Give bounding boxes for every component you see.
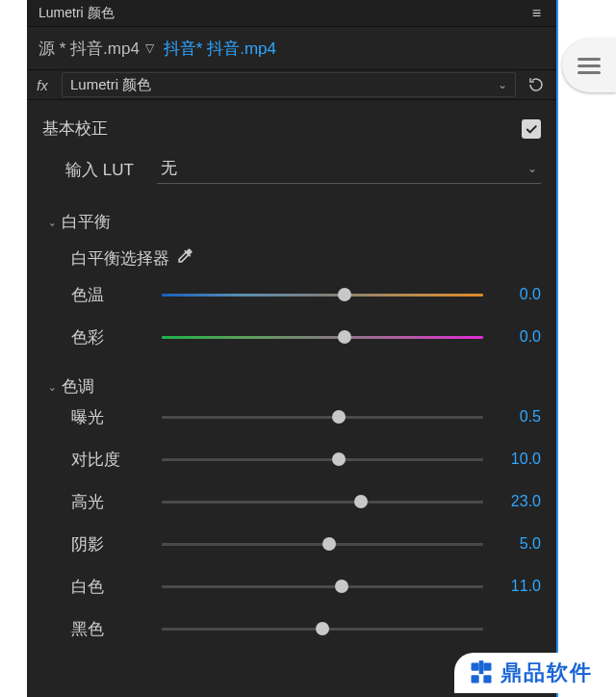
white-balance-title: 白平衡 xyxy=(62,211,111,233)
tint-slider[interactable] xyxy=(162,330,483,344)
chevron-down-icon[interactable]: ▽ xyxy=(145,41,154,55)
tint-row: 色彩 0.0 xyxy=(71,325,541,348)
effect-name: Lumetri 颜色 xyxy=(70,76,498,94)
slider-track xyxy=(162,294,483,297)
wb-picker-label: 白平衡选择器 xyxy=(71,247,169,270)
source-name: 源 * 抖音.mp4 xyxy=(38,38,140,60)
slider-thumb[interactable] xyxy=(338,330,351,344)
slider-thumb[interactable] xyxy=(335,580,348,593)
svg-rect-1 xyxy=(483,663,491,671)
basic-correction-title: 基本校正 xyxy=(42,117,522,140)
panel-title-bar: Lumetri 颜色 ≡ xyxy=(27,0,556,27)
svg-rect-4 xyxy=(479,660,484,674)
basic-correction-toggle[interactable] xyxy=(522,119,541,139)
temperature-value[interactable]: 0.0 xyxy=(495,286,541,303)
contrast-value[interactable]: 10.0 xyxy=(495,451,541,468)
slider-track xyxy=(162,585,483,588)
exposure-row: 曝光 0.5 xyxy=(71,405,541,428)
fx-label[interactable]: fx xyxy=(37,77,62,93)
twirl-down-icon: ⌄ xyxy=(44,216,61,229)
input-lut-row: 输入 LUT 无 ⌄ xyxy=(65,155,541,184)
slider-thumb[interactable] xyxy=(332,410,346,424)
svg-rect-0 xyxy=(472,663,479,671)
exposure-label: 曝光 xyxy=(71,406,162,428)
chevron-down-icon: ⌄ xyxy=(527,162,537,175)
basic-correction-header[interactable]: 基本校正 xyxy=(42,117,541,140)
source-clip-row: 源 * 抖音.mp4 ▽ 抖音* 抖音.mp4 xyxy=(27,27,556,69)
tint-value[interactable]: 0.0 xyxy=(495,328,541,346)
brand-name: 鼎品软件 xyxy=(500,658,593,687)
slider-thumb[interactable] xyxy=(316,622,329,635)
hamburger-icon xyxy=(578,54,601,78)
contrast-label: 对比度 xyxy=(71,449,162,471)
highlights-value[interactable]: 23.0 xyxy=(495,493,541,510)
shadows-slider[interactable] xyxy=(162,537,483,551)
whites-label: 白色 xyxy=(71,576,162,598)
panel-menu-icon[interactable]: ≡ xyxy=(528,5,545,22)
watermark: 鼎品软件 xyxy=(454,653,599,693)
check-icon xyxy=(524,121,539,137)
slider-thumb[interactable] xyxy=(354,495,368,508)
whites-slider[interactable] xyxy=(162,580,483,593)
slider-thumb[interactable] xyxy=(322,537,336,551)
wb-picker-row: 白平衡选择器 xyxy=(71,246,541,270)
tint-label: 色彩 xyxy=(71,326,162,348)
highlights-row: 高光 23.0 xyxy=(71,490,541,513)
tone-title: 色调 xyxy=(62,375,94,398)
tone-section: ⌄ 色调 曝光 0.5 对比度 xyxy=(42,368,541,640)
whites-row: 白色 11.0 xyxy=(71,575,541,598)
chevron-down-icon: ⌄ xyxy=(498,78,507,91)
temperature-slider[interactable] xyxy=(162,288,483,301)
temperature-row: 色温 0.0 xyxy=(71,283,541,306)
contrast-row: 对比度 10.0 xyxy=(71,448,541,471)
shadows-value[interactable]: 5.0 xyxy=(495,535,541,553)
brand-logo-icon xyxy=(468,659,495,686)
blacks-slider[interactable] xyxy=(162,622,483,635)
shadows-row: 阴影 5.0 xyxy=(71,532,541,555)
eyedropper-icon xyxy=(175,246,194,266)
white-balance-section: ⌄ 白平衡 白平衡选择器 色温 0.0 xyxy=(42,203,541,348)
eyedropper-button[interactable] xyxy=(175,246,194,270)
effect-row: fx Lumetri 颜色 ⌄ xyxy=(27,69,556,100)
twirl-down-icon: ⌄ xyxy=(44,380,61,394)
slider-thumb[interactable] xyxy=(332,452,346,466)
exposure-value[interactable]: 0.5 xyxy=(495,408,541,426)
blacks-row: 黑色 xyxy=(71,617,541,640)
effect-dropdown[interactable]: Lumetri 颜色 ⌄ xyxy=(62,72,516,97)
input-lut-value: 无 xyxy=(161,157,527,179)
slider-track xyxy=(162,336,483,339)
svg-rect-3 xyxy=(483,675,491,683)
highlights-label: 高光 xyxy=(71,491,162,513)
white-balance-header[interactable]: ⌄ 白平衡 xyxy=(42,203,541,241)
whites-value[interactable]: 11.0 xyxy=(495,578,541,595)
shadows-label: 阴影 xyxy=(71,533,162,555)
slider-track xyxy=(162,458,483,461)
panel-title: Lumetri 颜色 xyxy=(38,5,528,22)
temperature-label: 色温 xyxy=(71,284,162,306)
reset-icon xyxy=(527,76,545,93)
tone-header[interactable]: ⌄ 色调 xyxy=(42,368,541,405)
lumetri-panel: Lumetri 颜色 ≡ 源 * 抖音.mp4 ▽ 抖音* 抖音.mp4 fx … xyxy=(27,0,558,697)
exposure-slider[interactable] xyxy=(162,410,483,424)
input-lut-select[interactable]: 无 ⌄ xyxy=(157,155,541,184)
contrast-slider[interactable] xyxy=(162,452,483,466)
reset-button[interactable] xyxy=(526,74,547,95)
highlights-slider[interactable] xyxy=(162,495,483,508)
svg-rect-2 xyxy=(472,675,479,683)
input-lut-label: 输入 LUT xyxy=(65,159,157,181)
slider-track xyxy=(162,501,483,503)
clip-name[interactable]: 抖音* 抖音.mp4 xyxy=(164,38,276,60)
basic-correction-section: 基本校正 输入 LUT 无 ⌄ ⌄ 白平衡 白平衡选择器 xyxy=(27,100,556,640)
blacks-label: 黑色 xyxy=(71,618,162,640)
slider-thumb[interactable] xyxy=(338,288,351,301)
slider-track xyxy=(162,416,483,419)
side-menu-fab[interactable] xyxy=(562,39,616,92)
